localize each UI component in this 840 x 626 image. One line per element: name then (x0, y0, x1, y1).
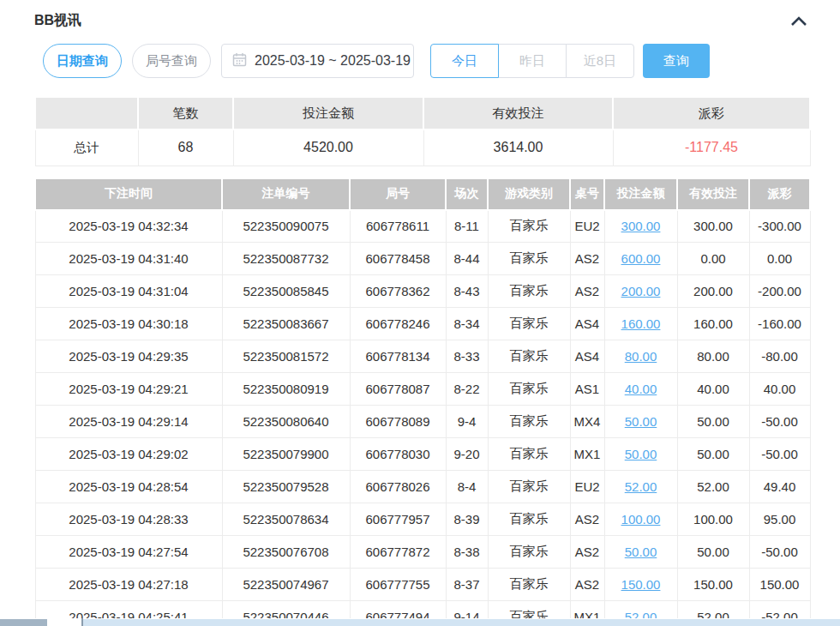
cell-game-type: 百家乐 (488, 406, 570, 438)
cell-payout: -300.00 (749, 210, 810, 243)
cell-session: 8-44 (446, 243, 488, 275)
cell-bet-time: 2025-03-19 04:29:02 (35, 438, 222, 471)
bet-table-body: 2025-03-19 04:32:34522350090075606778611… (35, 210, 810, 626)
date-range-picker[interactable]: 2025-03-19 ~ 2025-03-19 (221, 44, 414, 78)
cell-valid-bet: 50.00 (677, 438, 749, 471)
cell-table-number: AS4 (570, 340, 604, 373)
round-query-tab[interactable]: 局号查询 (132, 44, 211, 78)
bet-amount-link[interactable]: 100.00 (621, 512, 661, 527)
cell-bet-amount: 200.00 (604, 275, 677, 308)
cell-valid-bet: 200.00 (677, 275, 749, 308)
summary-total-label: 总计 (35, 129, 138, 166)
cell-bet-number: 522350076708 (222, 536, 350, 569)
col-bet-time: 下注时间 (35, 178, 222, 210)
cell-table-number: AS1 (570, 373, 604, 406)
bet-amount-link[interactable]: 52.00 (625, 479, 657, 494)
range-today-button[interactable]: 今日 (430, 44, 499, 78)
cell-payout: -200.00 (749, 275, 810, 308)
col-bet-number: 注单编号 (222, 178, 350, 210)
cell-bet-amount: 50.00 (604, 438, 677, 471)
cell-bet-amount: 100.00 (604, 503, 677, 536)
cell-valid-bet: 100.00 (677, 503, 749, 536)
summary-col-blank (35, 97, 138, 129)
cell-bet-number: 522350083667 (222, 308, 350, 340)
col-table-number: 桌号 (570, 178, 604, 210)
bet-amount-link[interactable]: 300.00 (621, 219, 661, 233)
bet-table-header-row: 下注时间 注单编号 局号 场次 游戏类别 桌号 投注金额 有效投注 派彩 (35, 178, 810, 210)
cell-valid-bet: 160.00 (677, 308, 749, 340)
cell-session: 8-22 (446, 373, 488, 406)
cell-bet-number: 522350078634 (222, 503, 350, 536)
bet-amount-link[interactable]: 50.00 (625, 447, 657, 461)
cell-game-type: 百家乐 (488, 373, 570, 406)
table-row: 2025-03-19 04:29:02522350079900606778030… (35, 438, 810, 471)
cell-session: 8-11 (446, 210, 488, 243)
filter-bar: 日期查询 局号查询 2025-03-19 ~ 2025-03-19 (34, 44, 809, 78)
date-query-tab[interactable]: 日期查询 (43, 44, 122, 78)
col-bet-amount: 投注金额 (604, 178, 677, 210)
cell-session: 8-34 (446, 308, 488, 340)
cell-valid-bet: 150.00 (677, 569, 749, 601)
cell-game-type: 百家乐 (488, 340, 570, 373)
cell-round-number: 606778246 (350, 308, 446, 340)
table-row: 2025-03-19 04:29:21522350080919606778087… (35, 373, 810, 406)
cell-session: 9-20 (446, 438, 488, 471)
table-row: 2025-03-19 04:30:18522350083667606778246… (35, 308, 810, 340)
col-payout: 派彩 (749, 178, 810, 210)
cell-bet-amount: 300.00 (604, 210, 677, 243)
bet-amount-link[interactable]: 40.00 (625, 382, 657, 396)
calendar-icon (232, 52, 247, 70)
bet-amount-link[interactable]: 80.00 (625, 349, 657, 364)
cell-valid-bet: 300.00 (677, 210, 749, 243)
cell-bet-number: 522350079900 (222, 438, 350, 471)
table-row: 2025-03-19 04:28:33522350078634606777957… (35, 503, 810, 536)
cell-table-number: AS2 (570, 275, 604, 308)
cell-valid-bet: 40.00 (677, 373, 749, 406)
cell-game-type: 百家乐 (488, 275, 570, 308)
search-button[interactable]: 查询 (643, 44, 710, 78)
cell-bet-time: 2025-03-19 04:31:40 (35, 243, 222, 275)
cell-bet-amount: 80.00 (604, 340, 677, 373)
cell-bet-number: 522350081572 (222, 340, 350, 373)
cell-valid-bet: 50.00 (677, 406, 749, 438)
cell-table-number: AS2 (570, 503, 604, 536)
date-range-value: 2025-03-19 ~ 2025-03-19 (255, 53, 411, 69)
cell-table-number: AS2 (570, 569, 604, 601)
range-yesterday-button[interactable]: 昨日 (498, 44, 567, 78)
cell-valid-bet: 0.00 (677, 243, 749, 275)
cell-bet-time: 2025-03-19 04:32:34 (35, 210, 222, 243)
table-row: 2025-03-19 04:29:14522350080640606778089… (35, 406, 810, 438)
cell-game-type: 百家乐 (488, 438, 570, 471)
cell-session: 8-39 (446, 503, 488, 536)
cell-game-type: 百家乐 (488, 471, 570, 503)
summary-header-row: 笔数 投注金额 有效投注 派彩 (35, 97, 810, 129)
bet-amount-link[interactable]: 50.00 (625, 414, 657, 429)
range-last8days-button[interactable]: 近8日 (566, 44, 634, 78)
collapse-button[interactable] (789, 14, 809, 28)
cell-table-number: AS2 (570, 243, 604, 275)
summary-table: 笔数 投注金额 有效投注 派彩 总计 68 4520.00 3614.00 -1… (34, 96, 811, 166)
bet-records-table: 下注时间 注单编号 局号 场次 游戏类别 桌号 投注金额 有效投注 派彩 202… (34, 178, 811, 626)
cell-table-number: MX1 (570, 438, 604, 471)
table-row: 2025-03-19 04:31:40522350087732606778458… (35, 243, 810, 275)
col-game-type: 游戏类别 (488, 178, 570, 210)
cell-session: 8-4 (446, 471, 488, 503)
cell-round-number: 606777957 (350, 503, 446, 536)
cell-round-number: 606777755 (350, 569, 446, 601)
bet-amount-link[interactable]: 600.00 (621, 251, 661, 266)
cell-bet-amount: 52.00 (604, 471, 677, 503)
cell-bet-number: 522350085845 (222, 275, 350, 308)
cell-bet-time: 2025-03-19 04:30:18 (35, 308, 222, 340)
bet-amount-link[interactable]: 160.00 (621, 316, 661, 331)
bet-amount-link[interactable]: 50.00 (625, 545, 657, 559)
table-row: 2025-03-19 04:29:35522350081572606778134… (35, 340, 810, 373)
cell-game-type: 百家乐 (488, 503, 570, 536)
bet-amount-link[interactable]: 200.00 (621, 284, 661, 298)
summary-total-valid-bet: 3614.00 (423, 129, 613, 166)
scrollbar-thumb[interactable] (0, 619, 47, 626)
table-row: 2025-03-19 04:32:34522350090075606778611… (35, 210, 810, 243)
bet-amount-link[interactable]: 150.00 (621, 577, 661, 592)
cell-round-number: 606778026 (350, 471, 446, 503)
scrollbar-track[interactable] (83, 619, 840, 626)
summary-col-count: 笔数 (138, 97, 233, 129)
